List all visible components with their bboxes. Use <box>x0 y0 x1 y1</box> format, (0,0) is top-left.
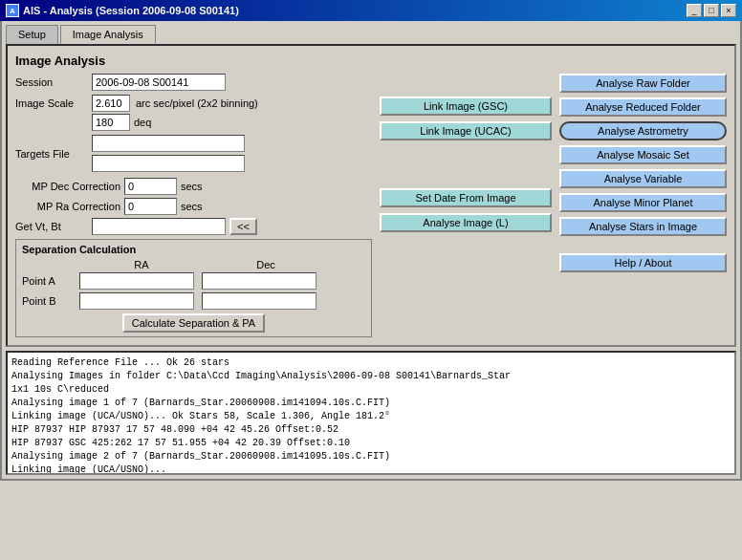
arrow-button[interactable]: << <box>229 218 257 235</box>
window-controls[interactable]: _ □ × <box>687 4 736 17</box>
session-input[interactable] <box>92 74 226 91</box>
close-button[interactable]: × <box>721 4 736 17</box>
arc-unit: arc sec/pixel (2x2 binning) <box>136 97 258 109</box>
point-a-row: Point A <box>22 272 365 290</box>
content-area: Image Analysis Session Image Scale arc s… <box>6 44 736 347</box>
session-label: Session <box>15 76 92 88</box>
tab-setup[interactable]: Setup <box>6 25 58 44</box>
point-a-dec-input[interactable] <box>202 272 316 290</box>
form-area: Session Image Scale arc sec/pixel (2x2 b… <box>15 74 727 337</box>
targets-label: Targets File <box>15 148 92 160</box>
scale-row: Image Scale arc sec/pixel (2x2 binning) <box>15 95 372 112</box>
point-b-dec-input[interactable] <box>202 292 316 310</box>
log-line: Reading Reference File ... Ok 26 stars <box>11 356 731 370</box>
ra-header: RA <box>79 259 204 270</box>
help-about-button[interactable]: Help / About <box>559 253 727 272</box>
sep-btn-row: Calculate Separation & PA <box>22 313 365 333</box>
deg-input[interactable] <box>92 114 130 131</box>
link-gsc-button[interactable]: Link Image (GSC) <box>380 97 552 116</box>
deg-row: deq <box>92 114 372 131</box>
analyse-minor-button[interactable]: Analyse Minor Planet <box>559 193 727 212</box>
point-b-ra-input[interactable] <box>79 292 194 310</box>
mp-dec-row: MP Dec Correction secs <box>15 178 372 195</box>
analyse-variable-button[interactable]: Analyse Variable <box>559 169 727 188</box>
getvtbt-label: Get Vt, Bt <box>15 221 92 232</box>
form-right: Analyse Raw Folder Analyse Reduced Folde… <box>559 74 727 337</box>
mp-ra-row: MP Ra Correction secs <box>15 198 372 215</box>
app-icon: A <box>6 4 19 17</box>
separation-title: Separation Calculation <box>22 244 365 255</box>
point-b-label: Point B <box>22 295 79 307</box>
log-line: HIP 87937 HIP 87937 17 57 48.090 +04 42 … <box>11 423 731 437</box>
log-area[interactable]: Reading Reference File ... Ok 26 starsAn… <box>6 351 736 475</box>
analyse-l-button[interactable]: Analyse Image (L) <box>380 213 552 232</box>
log-line: Analysing image 1 of 7 (Barnards_Star.20… <box>11 397 731 410</box>
dec-header: Dec <box>204 259 328 270</box>
targets-row: Targets File <box>15 135 372 172</box>
log-line: Analysing image 2 of 7 (Barnards_Star.20… <box>11 450 731 463</box>
log-line: Linking image (UCA/USNO)... <box>11 463 731 475</box>
scale-input[interactable] <box>92 95 130 112</box>
tab-image-analysis[interactable]: Image Analysis <box>60 25 156 44</box>
scale-label: Image Scale <box>15 97 92 109</box>
form-middle: Link Image (GSC) Link Image (UCAC) Set D… <box>380 74 552 337</box>
form-left: Session Image Scale arc sec/pixel (2x2 b… <box>15 74 372 337</box>
point-a-ra-input[interactable] <box>79 272 194 290</box>
getvtbt-row: Get Vt, Bt << <box>15 218 372 235</box>
log-line: HIP 87937 GSC 425:262 17 57 51.955 +04 4… <box>11 437 731 450</box>
window-title: AIS - Analysis (Session 2006-09-08 S0014… <box>23 5 239 16</box>
section-title: Image Analysis <box>15 54 727 68</box>
separation-box: Separation Calculation RA Dec Point A Po… <box>15 239 372 337</box>
point-a-label: Point A <box>22 275 79 287</box>
analyse-raw-button[interactable]: Analyse Raw Folder <box>559 74 727 93</box>
log-line: Analysing Images in folder C:\Data\Ccd I… <box>11 370 731 383</box>
mp-ra-label: MP Ra Correction <box>15 201 120 212</box>
tab-strip: Setup Image Analysis <box>2 21 740 44</box>
targets-input-2[interactable] <box>92 155 245 172</box>
point-b-row: Point B <box>22 292 365 310</box>
deg-unit: deq <box>134 117 151 128</box>
main-window: Setup Image Analysis Image Analysis Sess… <box>0 21 742 481</box>
title-bar: A AIS - Analysis (Session 2006-09-08 S00… <box>0 0 742 21</box>
targets-input-1[interactable] <box>92 135 245 152</box>
mp-ra-input[interactable] <box>124 198 177 215</box>
minimize-button[interactable]: _ <box>687 4 702 17</box>
mp-dec-label: MP Dec Correction <box>15 181 120 192</box>
analyse-mosaic-button[interactable]: Analyse Mosaic Set <box>559 145 727 164</box>
analyse-reduced-button[interactable]: Analyse Reduced Folder <box>559 97 727 117</box>
mp-ra-unit: secs <box>181 201 203 212</box>
session-row: Session <box>15 74 372 91</box>
sep-headers: RA Dec <box>22 259 365 270</box>
mp-dec-input[interactable] <box>124 178 177 195</box>
analyse-astrometry-button[interactable]: Analyse Astrometry <box>559 121 727 140</box>
link-ucac-button[interactable]: Link Image (UCAC) <box>380 121 552 140</box>
getvtbt-input[interactable] <box>92 218 226 235</box>
mp-dec-unit: secs <box>181 181 203 192</box>
log-line: Linking image (UCA/USNO)... Ok Stars 58,… <box>11 410 731 423</box>
set-date-button[interactable]: Set Date From Image <box>380 188 552 207</box>
log-line: 1x1 10s C\reduced <box>11 383 731 397</box>
analyse-stars-button[interactable]: Analyse Stars in Image <box>559 217 727 236</box>
maximize-button[interactable]: □ <box>704 4 719 17</box>
calc-separation-button[interactable]: Calculate Separation & PA <box>122 313 265 333</box>
